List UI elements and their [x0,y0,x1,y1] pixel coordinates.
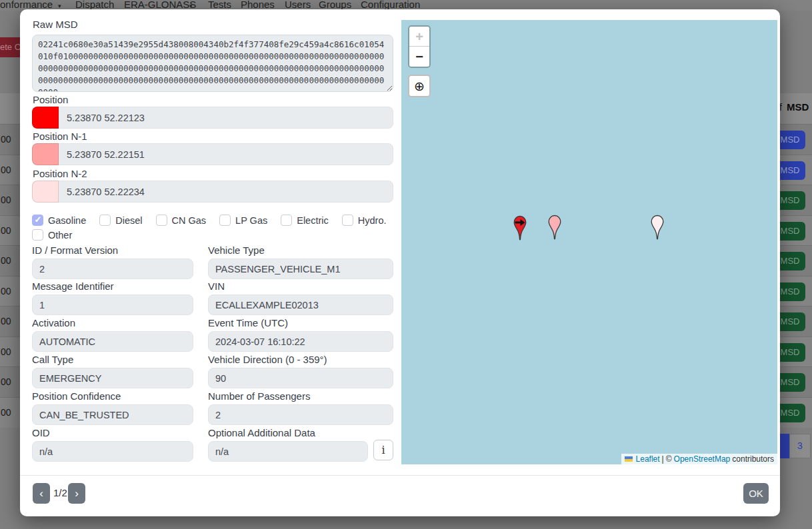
position-field [32,107,393,129]
vehicle-type-input[interactable] [208,259,393,279]
position-n1-input[interactable] [59,143,393,165]
zoom-out-button[interactable]: − [409,47,429,67]
vin-input[interactable] [208,294,393,315]
nav-item-tests[interactable]: Tests [208,0,231,10]
field-vin: VIN [208,280,393,315]
position-confidence-input[interactable] [32,404,193,425]
screen: onformance ▾ Dispatch ERA-GLONASS ▾ Test… [0,0,812,529]
map-attribution: Leaflet | © OpenStreetMap contributors [621,454,777,464]
ukraine-flag-icon [625,456,633,462]
number-of-passengers-input[interactable] [208,404,393,425]
pagination-page-3[interactable]: 3 [789,434,811,458]
nav-item-users[interactable]: Users [285,0,311,10]
row-cell-fragment: 00 [1,367,11,397]
checkbox-label: LP Gas [235,215,267,226]
next-page-button[interactable]: › [68,483,85,504]
field-position-confidence: Position Confidence [32,390,193,425]
map-marker-current[interactable] [511,215,529,242]
oid-input[interactable] [32,441,193,462]
checkbox-icon[interactable] [219,215,231,226]
checkbox-icon[interactable] [156,215,167,226]
position-label: Position [33,94,68,105]
delete-call-button[interactable]: ete C [0,37,20,57]
map-zoom-control: + − [408,25,431,68]
locate-button[interactable]: ⊕ [408,75,431,97]
openstreetmap-link[interactable]: OpenStreetMap [674,454,731,464]
checkbox-checked-icon[interactable] [32,215,43,226]
attribution-divider: | [662,454,664,464]
msd-details-modal: Raw MSD 02241c0680e30a51439e2955d4380080… [20,9,780,516]
position-n1-field [32,143,393,165]
raw-msd-textarea[interactable]: 02241c0680e30a51439e2955d438008004340b2f… [32,35,393,92]
checkbox-other[interactable]: Other [32,229,72,241]
row-cell-fragment: 00 [1,306,11,336]
nav-item-conformance[interactable]: onformance [0,0,53,10]
map-marker-n2[interactable] [649,215,666,241]
nav-item-era-glonass[interactable]: ERA-GLONASS [124,0,196,10]
position-n1-label: Position N-1 [33,131,87,142]
field-oid: OID [32,427,193,462]
field-optional-additional-data: Optional Additional Data i [208,427,393,460]
nav-item-groups[interactable]: Groups [319,0,351,10]
copyright-symbol: © [666,454,672,464]
checkbox-gasoline[interactable]: Gasoline [32,215,86,226]
field-label: Vehicle Type [208,245,393,256]
field-label: OID [32,427,193,438]
row-cell-fragment: 00 [1,398,11,428]
ok-button[interactable]: OK [743,483,769,504]
prev-page-button[interactable]: ‹ [33,483,50,504]
checkbox-icon[interactable] [99,215,111,226]
leaflet-link[interactable]: Leaflet [636,454,660,464]
message-identifier-input[interactable] [32,294,193,315]
field-id-format-version: ID / Format Version [32,245,193,279]
field-label: Position Confidence [32,390,193,402]
field-number-of-passengers: Number of Passengers [208,390,393,425]
row-cell-fragment: 00 [1,276,11,306]
field-call-type: Call Type [32,354,193,388]
activation-input[interactable] [32,331,193,352]
event-time-input[interactable] [208,331,393,352]
call-type-input[interactable] [32,368,193,388]
field-event-time: Event Time (UTC) [208,317,393,352]
row-cell-fragment: 00 [1,337,11,367]
checkbox-diesel[interactable]: Diesel [99,215,142,226]
checkbox-label: Other [48,230,72,241]
page-indicator: 1/2 [53,487,67,498]
checkbox-electric[interactable]: Electric [281,215,329,226]
position-n2-color-swatch [32,181,59,203]
field-vehicle-direction: Vehicle Direction (0 - 359°) [208,354,393,388]
checkbox-icon[interactable] [342,215,353,226]
id-format-version-input[interactable] [32,259,193,279]
field-message-identifier: Message Identifier [32,280,193,315]
checkbox-label: Gasoline [48,215,86,226]
optional-additional-data-input[interactable] [208,441,368,462]
field-label: Number of Passengers [208,390,393,402]
nav-item-phones[interactable]: Phones [241,0,275,10]
checkbox-lp-gas[interactable]: LP Gas [219,215,267,226]
zoom-in-button[interactable]: + [409,27,429,47]
vehicle-direction-input[interactable] [208,368,393,388]
checkbox-label: Electric [297,215,329,226]
position-n2-input[interactable] [59,181,393,203]
checkbox-cn-gas[interactable]: CN Gas [156,215,207,226]
nav-item-configuration[interactable]: Configuration [361,0,420,10]
checkbox-icon[interactable] [32,229,43,241]
checkbox-icon[interactable] [281,215,292,226]
raw-msd-label: Raw MSD [33,19,78,30]
position-input[interactable] [59,107,393,129]
row-cell-fragment: 00 [1,125,11,155]
position-n1-color-swatch [32,143,59,165]
field-label: Call Type [32,354,193,365]
checkbox-label: Diesel [115,215,142,226]
position-color-swatch [32,107,59,129]
leaflet-map[interactable]: + − ⊕ Leaflet | © Op [401,20,777,464]
row-cell-fragment: 00 [1,246,11,276]
table-header-msd: MSD [787,101,809,113]
nav-item-dispatch[interactable]: Dispatch [75,0,114,10]
map-marker-n1[interactable] [546,215,563,241]
checkbox-hydro[interactable]: Hydro. [342,215,387,226]
position-n2-label: Position N-2 [33,168,87,179]
info-button[interactable]: i [373,440,393,460]
field-activation: Activation [32,317,193,352]
field-label: ID / Format Version [32,245,193,256]
